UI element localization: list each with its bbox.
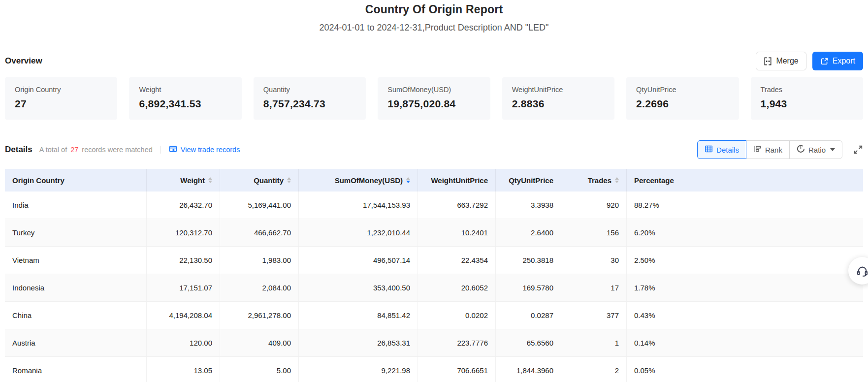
column-header-trades[interactable]: Trades — [561, 169, 627, 191]
stat-label: SumOfMoney(USD) — [387, 86, 480, 94]
merge-button[interactable]: Merge — [756, 52, 806, 70]
cell-trades: 2 — [561, 357, 627, 382]
cell-weight: 120,312.70 — [147, 219, 220, 246]
page-subtitle: 2024-01-01 to 2024-12-31,Product Descrip… — [0, 23, 868, 33]
cell-trades: 377 — [561, 302, 627, 329]
fullscreen-button[interactable] — [853, 145, 863, 155]
table-row-austria: Austria 120.00 409.00 26,853.31 223.7776… — [5, 329, 863, 357]
export-icon — [820, 57, 829, 65]
column-header-quantity[interactable]: Quantity — [220, 169, 299, 191]
ratio-pie-chart-icon — [797, 145, 805, 155]
cell-weight: 120.00 — [147, 329, 220, 356]
export-button[interactable]: Export — [812, 52, 863, 70]
column-header-sum-of-money[interactable]: SumOfMoney(USD) — [299, 169, 418, 191]
cell-weight-unit-price: 706.6651 — [418, 357, 496, 382]
view-switcher: Details Rank Ratio — [697, 140, 842, 159]
matched-text: A total of27records were matched — [39, 146, 153, 154]
cell-sum: 9,221.98 — [299, 357, 418, 382]
chevron-down-icon — [830, 148, 835, 151]
sort-caret-down-icon — [287, 181, 291, 183]
details-bar: Details A total of27records were matched… — [0, 140, 868, 159]
stat-card-weight-unit-price: WeightUnitPrice 2.8836 — [502, 77, 614, 120]
cell-weight: 4,194,208.04 — [147, 302, 220, 329]
stat-label: Weight — [139, 86, 231, 94]
sort-caret-up-icon — [208, 177, 212, 180]
cell-weight-unit-price: 223.7776 — [418, 329, 496, 356]
table-header: Origin Country Weight Quantity SumOfMone… — [5, 169, 863, 191]
headset-icon — [856, 264, 868, 278]
stat-card-quantity: Quantity 8,757,234.73 — [254, 77, 366, 120]
cell-percentage: 2.50% — [627, 247, 863, 274]
cell-trades: 156 — [561, 219, 627, 246]
cell-quantity: 466,662.70 — [220, 219, 299, 246]
cell-weight: 17,151.07 — [147, 274, 220, 301]
cell-sum: 496,507.14 — [299, 247, 418, 274]
stat-value: 2.2696 — [636, 98, 729, 110]
sorter-icon — [208, 177, 212, 183]
fullscreen-icon — [853, 145, 863, 155]
stat-card-qty-unit-price: QtyUnitPrice 2.2696 — [626, 77, 739, 120]
stat-label: WeightUnitPrice — [512, 86, 605, 94]
sorter-icon — [287, 177, 291, 183]
page-title: Country Of Origin Report — [0, 3, 868, 16]
cell-percentage: 6.20% — [627, 219, 863, 246]
view-trade-records-label: View trade records — [181, 146, 240, 154]
cell-quantity: 2,961,278.00 — [220, 302, 299, 329]
tab-details-label: Details — [716, 146, 739, 154]
merge-button-label: Merge — [776, 57, 798, 65]
cell-qty-unit-price: 0.0287 — [496, 302, 561, 329]
tab-ratio[interactable]: Ratio — [789, 140, 842, 159]
cell-sum: 353,400.50 — [299, 274, 418, 301]
cell-country: Indonesia — [5, 274, 147, 301]
column-header-weight-unit-price: WeightUnitPrice — [418, 169, 496, 191]
cell-sum: 84,851.42 — [299, 302, 418, 329]
details-heading: Details — [5, 145, 32, 155]
cell-country: Vietnam — [5, 247, 147, 274]
cell-percentage: 0.14% — [627, 329, 863, 356]
cell-trades: 920 — [561, 191, 627, 219]
details-bar-right: Details Rank Ratio — [697, 140, 863, 159]
table-row-vietnam: Vietnam 22,130.50 1,983.00 496,507.14 22… — [5, 247, 863, 274]
cell-country: Austria — [5, 329, 147, 356]
report-header: Country Of Origin Report 2024-01-01 to 2… — [0, 0, 868, 33]
cell-trades: 1 — [561, 329, 627, 356]
sorter-icon — [615, 177, 619, 183]
tab-rank-label: Rank — [765, 146, 782, 154]
sort-caret-down-icon — [208, 181, 212, 183]
view-trade-records-link[interactable]: View trade records — [169, 145, 240, 155]
cell-sum: 17,544,153.93 — [299, 191, 418, 219]
cell-qty-unit-price: 65.6560 — [496, 329, 561, 356]
cell-country: Turkey — [5, 219, 147, 246]
column-header-origin-country: Origin Country — [5, 169, 147, 191]
sorter-icon — [406, 177, 410, 183]
tab-details[interactable]: Details — [697, 140, 746, 159]
table-header-row: Origin Country Weight Quantity SumOfMone… — [5, 169, 863, 191]
stat-card-trades: Trades 1,943 — [751, 77, 863, 120]
cell-quantity: 2,084.00 — [220, 274, 299, 301]
tab-rank[interactable]: Rank — [746, 140, 790, 159]
sort-caret-up-icon — [406, 177, 410, 180]
cell-qty-unit-price: 169.5780 — [496, 274, 561, 301]
merge-icon — [764, 57, 772, 65]
overview-toolbar: Overview Merge Export — [0, 52, 868, 70]
cell-country: China — [5, 302, 147, 329]
cell-trades: 17 — [561, 274, 627, 301]
stat-card-weight: Weight 6,892,341.53 — [129, 77, 241, 120]
trade-records-icon — [169, 145, 177, 155]
details-bar-left: Details A total of27records were matched… — [5, 145, 240, 155]
cell-percentage: 1.78% — [627, 274, 863, 301]
column-header-weight[interactable]: Weight — [147, 169, 220, 191]
stat-label: Quantity — [263, 86, 356, 94]
cell-weight: 13.05 — [147, 357, 220, 382]
cell-weight-unit-price: 20.6052 — [418, 274, 496, 301]
stat-value: 2.8836 — [512, 98, 605, 110]
matched-count: 27 — [67, 146, 82, 154]
column-header-qty-unit-price: QtyUnitPrice — [496, 169, 561, 191]
cell-weight: 26,432.70 — [147, 191, 220, 219]
table-row-turkey: Turkey 120,312.70 466,662.70 1,232,010.4… — [5, 219, 863, 247]
cell-weight-unit-price: 10.2401 — [418, 219, 496, 246]
cell-country: India — [5, 191, 147, 219]
cell-weight-unit-price: 0.0202 — [418, 302, 496, 329]
stat-value: 8,757,234.73 — [263, 98, 356, 110]
stat-label: Trades — [761, 86, 853, 94]
